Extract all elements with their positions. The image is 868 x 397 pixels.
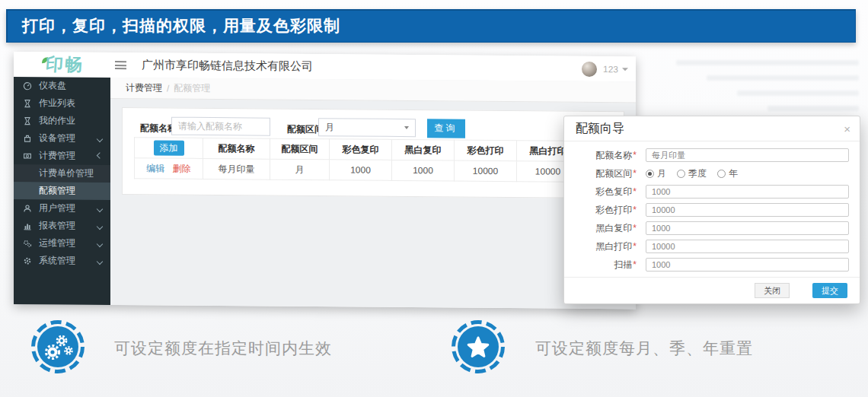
cell-color-copy: 1000 — [330, 160, 392, 181]
col-color-copy: 彩色复印 — [330, 139, 392, 160]
sidebar-item-device-mgmt[interactable]: 设备管理 — [14, 129, 110, 148]
breadcrumb: 计费管理 / 配额管理 — [110, 78, 636, 103]
field-scan-input[interactable] — [646, 258, 849, 272]
sidebar-item-quota-mgmt[interactable]: 配额管理 — [14, 182, 110, 200]
radio-quarter-label[interactable]: 季度 — [688, 167, 707, 180]
field-color-print-label: 彩色打印* — [564, 204, 637, 217]
breadcrumb-current: 配额管理 — [174, 82, 210, 95]
field-color-print-input[interactable] — [646, 203, 849, 217]
device-icon — [23, 134, 34, 143]
range-radio-group: 月 季度 年 — [646, 167, 748, 180]
sidebar-item-label: 系统管理 — [39, 254, 75, 267]
sidebar-item-ops-mgmt[interactable]: 运维管理 — [14, 234, 110, 252]
field-scan-label: 扫描* — [564, 259, 637, 272]
sidebar-item-label: 设备管理 — [39, 132, 75, 145]
avatar — [582, 61, 597, 76]
close-button[interactable]: 关闭 — [755, 283, 790, 298]
col-color-print: 彩色打印 — [455, 140, 517, 161]
sidebar-item-label: 我的作业 — [39, 114, 75, 127]
company-name: 广州市享印畅链信息技术有限公司 — [142, 58, 313, 74]
delete-link[interactable]: 删除 — [173, 163, 191, 173]
hourglass-icon — [23, 116, 34, 125]
cell-bw-copy: 1000 — [392, 160, 455, 181]
field-range-label: 配额区间* — [564, 167, 637, 180]
sidebar-item-dashboard[interactable]: 仪表盘 — [14, 77, 110, 95]
user-menu[interactable]: 123 — [582, 61, 628, 76]
select-caret-icon — [404, 126, 409, 129]
field-bw-print-label: 黑白打印* — [564, 240, 637, 253]
feature-text-validity: 可设定额度在指定时间内生效 — [114, 338, 332, 359]
add-button[interactable]: 添加 — [154, 140, 184, 155]
sidebar-item-label: 计费管理 — [39, 149, 75, 162]
sidebar-item-label: 仪表盘 — [39, 79, 66, 92]
headline-banner: 打印，复印，扫描的权限，用量及色彩限制 — [6, 9, 856, 43]
sidebar-item-label: 报表管理 — [39, 219, 75, 232]
sidebar-item-user-mgmt[interactable]: 用户管理 — [14, 199, 110, 218]
cell-quota-range: 月 — [270, 159, 330, 180]
search-button[interactable]: 查询 — [427, 119, 465, 138]
modal-footer: 关闭 提交 — [564, 277, 860, 303]
radio-month[interactable] — [646, 170, 654, 178]
sidebar-item-label: 用户管理 — [39, 202, 75, 214]
radio-year[interactable] — [717, 170, 726, 178]
app-window: 印畅 广州市享印畅链信息技术有限公司 123 仪表盘 作业 — [14, 52, 636, 309]
col-quota-name: 配额名称 — [203, 138, 270, 159]
field-color-copy-label: 彩色复印* — [564, 186, 637, 198]
sidebar-item-job-list[interactable]: 作业列表 — [14, 94, 110, 113]
field-name-label: 配额名称* — [564, 149, 637, 162]
gauge-icon — [23, 81, 34, 91]
chevron-left-icon — [97, 258, 103, 264]
sidebar-item-label: 计费单价管理 — [39, 167, 94, 180]
sidebar-item-report-mgmt[interactable]: 报表管理 — [14, 217, 110, 235]
sidebar-item-label: 配额管理 — [39, 184, 75, 197]
sidebar-item-label: 作业列表 — [39, 97, 75, 110]
col-bw-copy: 黑白复印 — [392, 139, 455, 160]
table-row: 编辑 删除 每月印量 月 1000 1000 10000 10000 — [135, 158, 579, 183]
radio-quarter[interactable] — [677, 170, 685, 178]
field-bw-copy-input[interactable] — [646, 221, 849, 235]
sidebar-item-my-jobs[interactable]: 我的作业 — [14, 112, 110, 130]
user-name: 123 — [603, 64, 618, 75]
field-color-copy-input[interactable] — [646, 185, 849, 198]
quota-range-value: 月 — [325, 121, 334, 134]
sidebar: 仪表盘 作业列表 我的作业 设备管理 — [14, 77, 110, 305]
quota-wizard-modal: 配额向导 × 配额名称* 配额区间* 月 季度 年 彩色复印* — [563, 116, 860, 304]
edit-link[interactable]: 编辑 — [146, 163, 164, 173]
breadcrumb-section[interactable]: 计费管理 — [126, 81, 162, 94]
logo-text: 印畅 — [44, 52, 84, 76]
billing-icon — [23, 151, 34, 160]
user-icon — [23, 204, 34, 213]
modal-title: 配额向导 — [576, 121, 624, 137]
hourglass-icon — [23, 99, 34, 108]
content-area: 计费管理 / 配额管理 配额名称 配额区间 月 查询 — [110, 78, 636, 309]
field-bw-print-input[interactable] — [646, 240, 849, 253]
sidebar-item-system-mgmt[interactable]: 系统管理 — [14, 252, 110, 270]
submit-button[interactable]: 提交 — [812, 283, 847, 298]
modal-header: 配额向导 × — [564, 116, 860, 141]
close-icon[interactable]: × — [844, 123, 850, 135]
breadcrumb-separator: / — [167, 83, 169, 94]
quota-name-input[interactable] — [171, 117, 270, 136]
quota-panel: 配额名称 配额区间 月 查询 添加 配额名称 — [122, 107, 624, 198]
field-name-input[interactable] — [646, 148, 849, 162]
sidebar-item-billing-price-mgmt[interactable]: 计费单价管理 — [14, 164, 110, 183]
sidebar-item-billing-mgmt[interactable]: 计费管理 — [14, 147, 110, 165]
radio-month-label[interactable]: 月 — [657, 167, 666, 180]
app-logo[interactable]: 印畅 — [14, 52, 110, 77]
quota-table: 添加 配额名称 配额区间 彩色复印 黑白复印 彩色打印 黑白打印 编辑 — [134, 137, 579, 183]
gears-badge-icon — [30, 319, 85, 374]
gear-icon — [23, 256, 34, 265]
chevron-down-icon — [97, 152, 103, 158]
field-bw-copy-label: 黑白复印* — [564, 222, 637, 235]
modal-body: 配额名称* 配额区间* 月 季度 年 彩色复印* 彩色打印* — [564, 141, 860, 274]
col-quota-range: 配额区间 — [270, 138, 330, 160]
chevron-left-icon — [97, 240, 103, 246]
feature-text-reset: 可设定额度每月、季、年重置 — [535, 338, 753, 359]
radio-year-label[interactable]: 年 — [729, 167, 738, 180]
chevron-down-icon — [622, 68, 628, 71]
sidebar-item-label: 运维管理 — [39, 237, 75, 249]
quota-range-select[interactable]: 月 — [318, 118, 416, 137]
chart-icon — [23, 221, 34, 230]
gears-icon — [23, 239, 34, 248]
hamburger-menu-icon[interactable] — [115, 61, 126, 69]
